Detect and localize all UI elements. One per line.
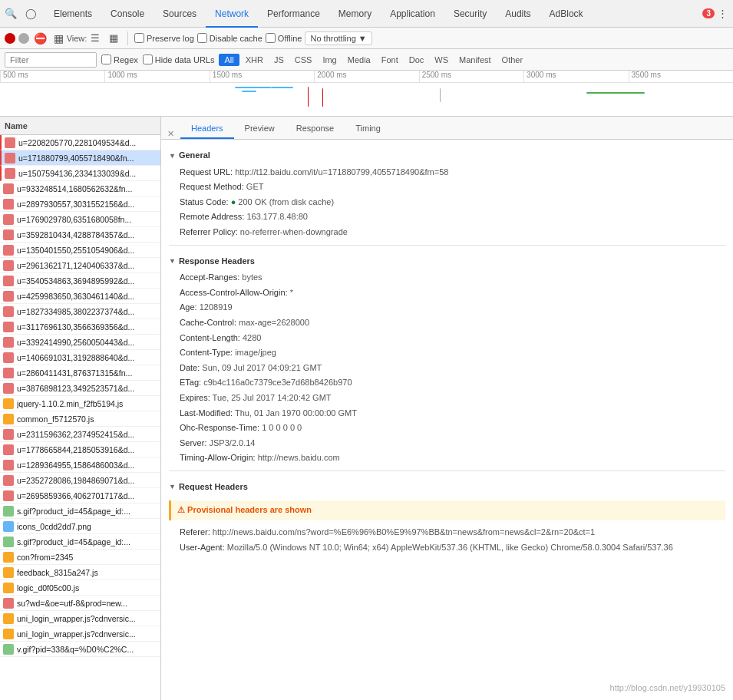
file-list-item-1[interactable]: u=171880799,4055718490&fn... (0, 150, 160, 166)
tab-timing[interactable]: Timing (345, 117, 391, 139)
file-list-item-5[interactable]: u=1769029780,6351680058fn... (0, 212, 160, 227)
clear-icon[interactable]: ⛔ (32, 31, 48, 46)
tab-elements[interactable]: Elements (45, 0, 101, 28)
tab-response[interactable]: Response (286, 117, 345, 139)
file-list-item-6[interactable]: u=3592810434,4288784357&d... (0, 227, 160, 243)
view-icon[interactable]: View: (69, 31, 84, 46)
file-list-item-23[interactable]: u=2695859366,4062701717&d... (0, 488, 160, 504)
file-list-item-24[interactable]: s.gif?product_id=45&page_id:... (0, 504, 160, 519)
file-type-icon (5, 153, 15, 163)
stop-button[interactable] (18, 33, 29, 44)
filter-other[interactable]: Other (497, 54, 528, 65)
tab-console[interactable]: Console (101, 0, 154, 28)
file-list-item-11[interactable]: u=1827334985,3802237374&d... (0, 304, 160, 319)
hide-data-checkbox[interactable] (143, 54, 153, 64)
filter-manifest[interactable]: Manifest (454, 54, 496, 65)
file-list-item-15[interactable]: u=2860411431,876371315&fn... (0, 365, 160, 381)
divider1 (169, 245, 725, 246)
preserve-log-checkbox[interactable] (134, 33, 144, 43)
response-header-row-0: Accept-Ranges: bytes (169, 270, 725, 286)
disable-cache-checkbox[interactable] (197, 33, 207, 43)
tab-network[interactable]: Network (206, 0, 258, 28)
response-header-row-11: Server: JSP3/2.0.14 (169, 436, 725, 451)
offline-label[interactable]: Offline (266, 33, 302, 43)
throttling-dropdown[interactable]: No throttling ▼ (305, 31, 371, 45)
file-list-item-18[interactable]: common_f5712570.js (0, 411, 160, 427)
file-list-item-28[interactable]: feedback_8315a247.js (0, 565, 160, 580)
tab-preview[interactable]: Preview (234, 117, 286, 139)
file-type-icon (3, 537, 14, 547)
tab-memory[interactable]: Memory (329, 0, 381, 28)
divider2 (169, 471, 725, 471)
tab-application[interactable]: Application (381, 0, 444, 28)
file-list-item-25[interactable]: icons_0cdd2dd7.png (0, 519, 160, 534)
filter-xhr[interactable]: XHR (241, 54, 268, 65)
disable-cache-label[interactable]: Disable cache (197, 33, 262, 43)
file-list-item-14[interactable]: u=1406691031,3192888640&d... (0, 350, 160, 365)
response-header-row-6: Date: Sun, 09 Jul 2017 04:09:21 GMT (169, 361, 725, 376)
request-url-row: Request URL: http://t12.baidu.com/it/u=1… (169, 165, 725, 180)
file-list-item-8[interactable]: u=2961362171,1240406337&d... (0, 258, 160, 273)
device-icon[interactable]: ◯ (23, 6, 38, 21)
file-list-item-32[interactable]: uni_login_wrapper.js?cdnversic... (0, 626, 160, 642)
file-list-item-27[interactable]: con?from=2345 (0, 550, 160, 565)
more-icon[interactable]: ⋮ (715, 6, 730, 21)
close-tab-btn[interactable]: ✕ (161, 129, 180, 139)
list-view-icon[interactable]: ☰ (87, 31, 103, 46)
file-list-item-30[interactable]: su?wd=&oe=utf-8&prod=new... (0, 596, 160, 611)
file-list-item-29[interactable]: logic_d0f05c00.js (0, 580, 160, 596)
filter-ws[interactable]: WS (430, 54, 453, 65)
grid-view-icon[interactable]: ▦ (106, 31, 121, 46)
file-item-name: u=2695859366,4062701717&d... (17, 491, 134, 500)
tab-headers[interactable]: Headers (180, 117, 234, 139)
filter-icon[interactable]: ▦ (51, 31, 66, 46)
filter-media[interactable]: Media (343, 54, 375, 65)
record-button[interactable] (5, 33, 15, 44)
file-item-name: u=1507594136,2334133039&d... (18, 169, 136, 178)
filter-js[interactable]: JS (269, 54, 289, 65)
file-list-item-0[interactable]: u=2208205770,2281049534&d... (0, 135, 160, 150)
file-list-item-12[interactable]: u=3117696130,3566369356&d... (0, 319, 160, 335)
response-headers-section-header[interactable]: Response Headers (169, 250, 725, 271)
file-list-item-10[interactable]: u=4259983650,3630461140&d... (0, 289, 160, 304)
file-list-item-22[interactable]: u=2352728086,1984869071&d... (0, 473, 160, 488)
file-list-item-13[interactable]: u=3392414990,2560050443&d... (0, 335, 160, 350)
file-list-item-4[interactable]: u=2897930557,3031552156&d... (0, 196, 160, 212)
file-list-item-3[interactable]: u=933248514,1680562632&fn... (0, 181, 160, 196)
hide-data-label[interactable]: Hide data URLs (143, 54, 215, 64)
filter-input[interactable] (5, 52, 97, 68)
file-list-item-21[interactable]: u=1289364955,1586486003&d... (0, 457, 160, 473)
file-list-item-9[interactable]: u=3540534863,3694895992&d... (0, 273, 160, 289)
filter-css[interactable]: CSS (290, 54, 317, 65)
file-list-item-26[interactable]: s.gif?product_id=45&page_id:... (0, 534, 160, 550)
file-type-icon (3, 444, 14, 455)
tick-2500: 2500 ms (419, 71, 523, 82)
tab-audits[interactable]: Audits (496, 0, 540, 28)
tab-security[interactable]: Security (444, 0, 496, 28)
tab-adblock[interactable]: AdBlock (540, 0, 593, 28)
file-list-item-31[interactable]: uni_login_wrapper.js?cdnversic... (0, 611, 160, 626)
regex-checkbox[interactable] (101, 54, 111, 64)
request-headers-section-header[interactable]: Request Headers (169, 476, 725, 497)
filter-font[interactable]: Font (377, 54, 403, 65)
file-list-item-33[interactable]: v.gif?pid=338&q=%D0%C2%C... (0, 642, 160, 657)
filter-doc[interactable]: Doc (404, 54, 429, 65)
file-list-item-19[interactable]: u=2311596362,2374952415&d... (0, 427, 160, 442)
file-list-item-2[interactable]: u=1507594136,2334133039&d... (0, 166, 160, 181)
general-section-header[interactable]: General (169, 144, 725, 165)
file-type-icon (3, 183, 14, 194)
file-list-header: Name (0, 117, 160, 135)
file-list-item-16[interactable]: u=3876898123,3492523571&d... (0, 381, 160, 396)
file-list-item-20[interactable]: u=1778665844,2185053916&d... (0, 442, 160, 457)
tab-performance[interactable]: Performance (258, 0, 329, 28)
filter-all[interactable]: All (219, 54, 239, 66)
file-list-item-7[interactable]: u=1350401550,2551054906&d... (0, 243, 160, 258)
file-item-name: u=3117696130,3566369356&d... (17, 322, 134, 332)
filter-img[interactable]: Img (318, 54, 341, 65)
inspect-icon[interactable]: 🔍 (3, 6, 18, 21)
file-list-item-17[interactable]: jquery-1.10.2.min_f2fb5194.js (0, 396, 160, 411)
tab-sources[interactable]: Sources (154, 0, 206, 28)
regex-label[interactable]: Regex (101, 54, 138, 64)
preserve-log-label[interactable]: Preserve log (134, 33, 194, 43)
offline-checkbox[interactable] (266, 33, 276, 43)
